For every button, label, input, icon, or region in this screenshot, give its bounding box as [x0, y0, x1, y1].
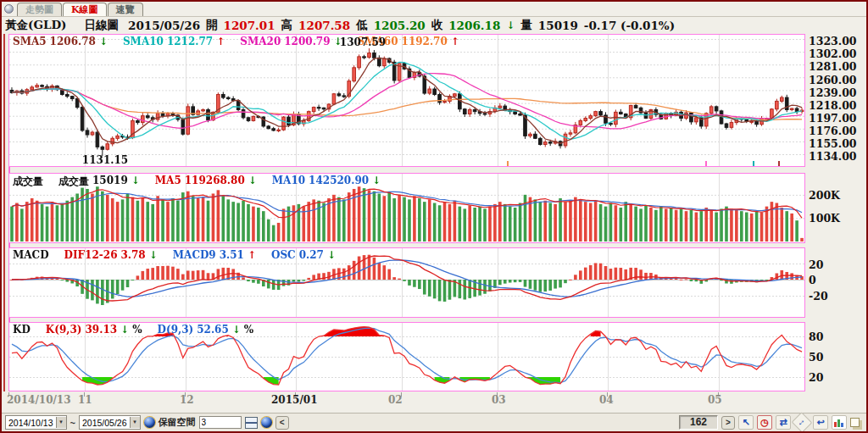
reserve-space-label: 保留空間 — [159, 416, 196, 429]
swap-arrows-icon[interactable]: ⇄ — [776, 415, 791, 430]
chart-tool-icon[interactable] — [832, 415, 847, 430]
close-down-arrow-icon: ↓ — [506, 19, 515, 31]
scroll-right-button[interactable]: > — [721, 416, 735, 430]
x-axis-ticks — [2, 392, 868, 397]
down-arrow-icon: ↓ — [131, 175, 140, 189]
quote-date: 2015/05/26 — [128, 19, 200, 32]
globe-icon-2[interactable] — [261, 417, 272, 428]
up-arrow-icon: ↑ — [216, 36, 225, 47]
quote-info-bar: 黃金(GLD) 日線圖 2015/05/26 開 1207.01 高 1207.… — [3, 17, 865, 33]
globe-icon[interactable] — [144, 417, 155, 428]
bar-count-field[interactable]: 162 — [679, 415, 718, 430]
chart-type-label: 日線圖 — [85, 18, 120, 33]
down-arrow-icon: ↓ — [372, 175, 381, 189]
down-arrow-icon: ↓ — [120, 324, 129, 336]
clock-icon[interactable]: ◷ — [757, 415, 772, 430]
kd-legend: KD K(9,3)39.13↓% D(9,3)52.65↓% — [13, 324, 253, 336]
vol-ma10-label: MA10 — [272, 175, 305, 189]
layout-icon[interactable] — [245, 417, 258, 429]
close-label: 收 — [431, 18, 443, 33]
down-arrow-icon: ↓ — [99, 36, 108, 47]
volume-legend: 成交量 成交量15019↓ MA5119268.80↓ MA10142520.9… — [13, 175, 381, 189]
status-bar: 2014/10/13 ▼ ~ 2015/05/26 ▼ 保留空間 < 162 >… — [2, 413, 866, 431]
up-arrow-icon: ↑ — [248, 249, 256, 261]
undo-icon[interactable]: ↩ — [813, 415, 828, 430]
scroll-left-button[interactable]: < — [275, 416, 289, 430]
macd-panel-title: MACD — [13, 249, 49, 261]
tab-bar: 走勢圖 K線圖 速覽 — [2, 2, 866, 17]
price-chart-canvas[interactable] — [9, 35, 804, 166]
vol-ma5-label: MA5 — [155, 175, 181, 189]
change-value: -0.17 (-0.01%) — [584, 19, 675, 32]
start-date-select[interactable]: 2014/10/13 ▼ — [5, 415, 67, 430]
low-value: 1205.20 — [374, 19, 426, 32]
app-window: 走勢圖 K線圖 速覽 黃金(GLD) 日線圖 2015/05/26 開 1207… — [0, 0, 868, 433]
open-value: 1207.01 — [224, 19, 275, 32]
sma10-label: SMA10 — [123, 36, 164, 47]
trough-price-annotation: 1131.15 — [75, 154, 135, 166]
tab-trend-chart[interactable]: 走勢圖 — [17, 3, 62, 16]
d-label: D(9,3) — [158, 324, 194, 336]
tab-kline-chart[interactable]: K線圖 — [63, 3, 107, 16]
range-separator: ~ — [70, 418, 75, 428]
high-label: 高 — [281, 18, 293, 33]
kd-panel[interactable]: KD K(9,3)39.13↓% D(9,3)52.65↓% — [8, 322, 805, 391]
app-icon[interactable] — [4, 4, 14, 14]
chevron-down-icon: ▼ — [130, 417, 140, 428]
peak-price-annotation: 1307.59 — [333, 36, 392, 48]
low-label: 低 — [356, 18, 368, 33]
down-arrow-icon: ↓ — [149, 249, 158, 261]
close-value: 1206.18 — [448, 19, 500, 32]
osc-label: OSC — [271, 249, 296, 261]
reserve-space-input[interactable] — [199, 416, 242, 429]
dif-label: DIF12-26 — [64, 249, 118, 261]
high-value: 1207.58 — [298, 19, 350, 32]
volume-panel-title: 成交量 — [13, 175, 43, 189]
pointer-tool-icon[interactable]: ↖ — [738, 415, 754, 430]
tab-quick-view[interactable]: 速覽 — [108, 3, 143, 16]
end-date-select[interactable]: 2015/05/26 ▼ — [79, 415, 141, 430]
price-panel[interactable]: SMA51206.78↓ SMA101212.77↑ SMA201200.79↓… — [8, 34, 805, 167]
volume-panel[interactable]: 成交量 成交量15019↓ MA5119268.80↓ MA10142520.9… — [8, 173, 805, 243]
down-arrow-icon: ↓ — [248, 175, 257, 189]
sma5-label: SMA5 — [13, 36, 47, 47]
volume-label: 量 — [520, 18, 532, 33]
macd-panel[interactable]: MACD DIF12-263.78↓ MACD93.51↑ OSC0.27↓ — [8, 247, 805, 318]
volume-value: 15019 — [538, 19, 578, 32]
duplicate-window-icon[interactable] — [850, 418, 860, 427]
open-label: 開 — [206, 18, 218, 33]
down-arrow-icon: ↓ — [232, 324, 241, 336]
k-label: K(9,3) — [46, 324, 82, 336]
kd-panel-title: KD — [13, 324, 31, 336]
sma20-label: SMA20 — [240, 36, 281, 47]
down-arrow-icon: ↓ — [327, 249, 336, 261]
macd-legend: MACD DIF12-263.78↓ MACD93.51↑ OSC0.27↓ — [13, 249, 336, 261]
macd9-label: MACD9 — [173, 249, 216, 261]
chevron-down-icon: ▼ — [56, 417, 66, 428]
resize-arrows-icon[interactable]: ↕ — [792, 412, 813, 433]
symbol-name: 黃金(GLD) — [5, 18, 67, 33]
up-arrow-icon: ↑ — [451, 36, 459, 47]
